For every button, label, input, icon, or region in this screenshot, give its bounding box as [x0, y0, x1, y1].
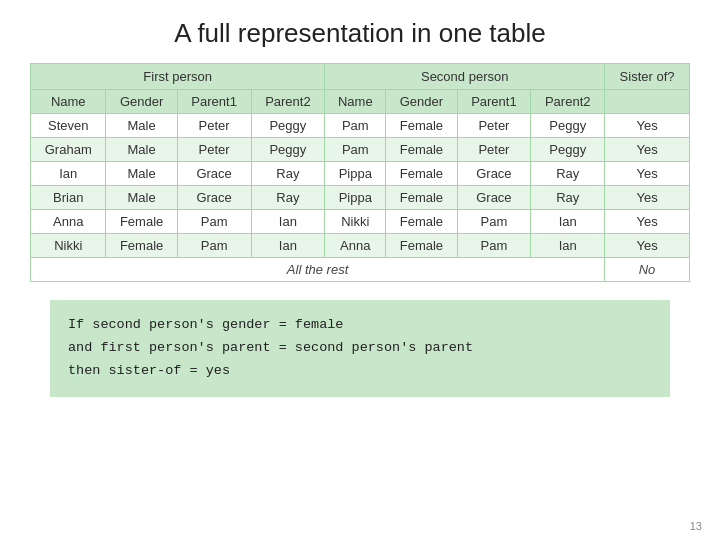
table-cell: Peggy — [251, 138, 325, 162]
table-cell: Yes — [605, 210, 690, 234]
table-cell: Ian — [531, 234, 605, 258]
all-rest-value: No — [605, 258, 690, 282]
sister-of-header: Sister of? — [605, 64, 690, 90]
table-cell: Pam — [325, 138, 386, 162]
table-cell: Peter — [457, 114, 531, 138]
page-number: 13 — [690, 520, 702, 532]
table-cell: Female — [386, 162, 457, 186]
table-cell: Ian — [531, 210, 605, 234]
table-cell: Yes — [605, 114, 690, 138]
col-sister-of — [605, 90, 690, 114]
table-cell: Yes — [605, 234, 690, 258]
table-cell: Male — [106, 162, 177, 186]
info-line3: then sister-of = yes — [68, 363, 230, 378]
table-cell: Grace — [457, 186, 531, 210]
table-cell: Pam — [177, 210, 251, 234]
table-cell: Pippa — [325, 162, 386, 186]
page-title: A full representation in one table — [0, 0, 720, 63]
table-cell: Peggy — [531, 114, 605, 138]
table-cell: Female — [386, 234, 457, 258]
col-gender-2: Gender — [386, 90, 457, 114]
table-cell: Grace — [457, 162, 531, 186]
table-cell: Pam — [457, 210, 531, 234]
table-cell: Ian — [251, 210, 325, 234]
col-parent1-2: Parent1 — [457, 90, 531, 114]
table-cell: Female — [386, 210, 457, 234]
table-cell: Anna — [325, 234, 386, 258]
table-cell: Male — [106, 114, 177, 138]
table-row: BrianMaleGraceRayPippaFemaleGraceRayYes — [31, 186, 690, 210]
table-cell: Grace — [177, 186, 251, 210]
table-row: IanMaleGraceRayPippaFemaleGraceRayYes — [31, 162, 690, 186]
table-cell: Yes — [605, 186, 690, 210]
table-wrapper: First person Second person Sister of? Na… — [30, 63, 690, 282]
first-person-header: First person — [31, 64, 325, 90]
table-cell: Pippa — [325, 186, 386, 210]
col-parent1-1: Parent1 — [177, 90, 251, 114]
table-cell: Female — [386, 186, 457, 210]
table-cell: Yes — [605, 162, 690, 186]
table-cell: Female — [106, 234, 177, 258]
col-parent2-1: Parent2 — [251, 90, 325, 114]
table-cell: Steven — [31, 114, 106, 138]
table-cell: Grace — [177, 162, 251, 186]
table-cell: Yes — [605, 138, 690, 162]
all-rest-label: All the rest — [31, 258, 605, 282]
col-name-2: Name — [325, 90, 386, 114]
table-cell: Peter — [177, 114, 251, 138]
col-gender-1: Gender — [106, 90, 177, 114]
table-cell: Female — [106, 210, 177, 234]
table-body: StevenMalePeterPeggyPamFemalePeterPeggyY… — [31, 114, 690, 282]
info-line1: If second person's gender = female — [68, 317, 343, 332]
table-cell: Ray — [251, 186, 325, 210]
table-cell: Male — [106, 186, 177, 210]
table-row: NikkiFemalePamIanAnnaFemalePamIanYes — [31, 234, 690, 258]
table-row: GrahamMalePeterPeggyPamFemalePeterPeggyY… — [31, 138, 690, 162]
table-cell: Ian — [251, 234, 325, 258]
info-line2: and first person's parent = second perso… — [68, 340, 473, 355]
table-cell: Ian — [31, 162, 106, 186]
main-table: First person Second person Sister of? Na… — [30, 63, 690, 282]
table-cell: Graham — [31, 138, 106, 162]
table-cell: Ray — [531, 186, 605, 210]
col-name-1: Name — [31, 90, 106, 114]
col-parent2-2: Parent2 — [531, 90, 605, 114]
table-cell: Male — [106, 138, 177, 162]
table-cell: Pam — [457, 234, 531, 258]
table-cell: Peggy — [531, 138, 605, 162]
table-cell: Pam — [325, 114, 386, 138]
table-cell: Peggy — [251, 114, 325, 138]
table-row: AnnaFemalePamIanNikkiFemalePamIanYes — [31, 210, 690, 234]
info-box: If second person's gender = female and f… — [50, 300, 670, 397]
table-cell: Ray — [531, 162, 605, 186]
table-cell: Brian — [31, 186, 106, 210]
table-cell: Peter — [457, 138, 531, 162]
table-cell: Female — [386, 114, 457, 138]
table-cell: Nikki — [31, 234, 106, 258]
table-cell: Anna — [31, 210, 106, 234]
table-row: StevenMalePeterPeggyPamFemalePeterPeggyY… — [31, 114, 690, 138]
group-header-row: First person Second person Sister of? — [31, 64, 690, 90]
table-cell: Nikki — [325, 210, 386, 234]
table-cell: Peter — [177, 138, 251, 162]
table-cell: Ray — [251, 162, 325, 186]
table-cell: Female — [386, 138, 457, 162]
all-rest-row: All the restNo — [31, 258, 690, 282]
col-header-row: Name Gender Parent1 Parent2 Name Gender … — [31, 90, 690, 114]
second-person-header: Second person — [325, 64, 605, 90]
table-cell: Pam — [177, 234, 251, 258]
